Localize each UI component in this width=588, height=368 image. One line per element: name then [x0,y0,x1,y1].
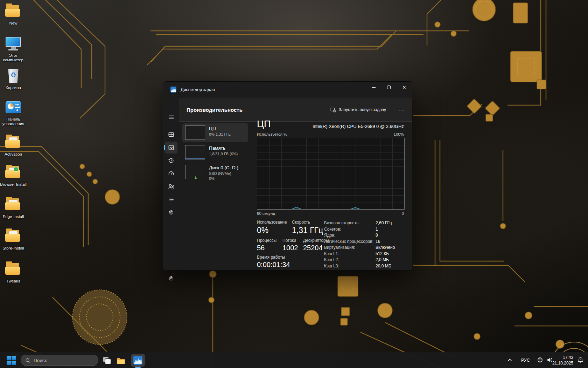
tray-overflow-button[interactable] [507,357,512,364]
perf-card-disk0[interactable]: Диск 0 (C: D:) SSD (NVMe) 0% [182,163,248,183]
sidebar-item-startup-apps[interactable] [165,168,177,179]
desktop-icon-label: Этот компьютер [0,53,27,62]
desktop-icon-recycle-bin[interactable]: ♻ Корзина [0,67,27,90]
file-explorer-button[interactable] [115,355,126,366]
speed-value: 1,31 ГГц [292,226,323,235]
desktop-icon-label: Edge-Install [0,214,27,219]
sidebar-item-app-history[interactable] [165,155,177,166]
more-options-button[interactable]: ⋯ [396,105,407,115]
cpu-usage-chart [257,138,405,210]
startup-apps-icon [168,170,174,177]
desktop-icon-control-panel[interactable]: Панель управления [0,99,27,126]
window-title: Диспетчер задач [181,87,215,92]
hamburger-icon [168,114,174,120]
sidebar-item-performance[interactable] [165,142,177,154]
usage-label: Использование [257,220,292,225]
spec-label: Ядра: [324,233,376,238]
desktop-icon-label: New [0,21,27,26]
run-new-task-button[interactable]: Запустить новую задачу [328,105,389,115]
network-button[interactable] [537,357,543,364]
cpu-usage-line [257,207,404,209]
language-indicator[interactable]: РУС [521,358,530,363]
windows-logo-icon [7,361,11,365]
taskbar-search[interactable] [21,355,98,366]
chevron-up-icon [507,357,512,363]
chart-timespan-label: 60 секунд [257,211,275,216]
desktop-icon-new[interactable]: New [0,3,27,26]
cpu-mini-chart [185,125,205,140]
uptime-label: Время работы [257,255,290,260]
perf-card-title: Диск 0 (C: D:) [209,165,238,170]
notifications-button[interactable]: z [577,357,584,365]
perf-card-subtitle2: 0% [209,176,238,181]
spec-value: 512 КБ [376,251,395,256]
spec-label: Базовая скорость: [324,220,376,225]
desktop-icon-store-install[interactable]: Store-Install [0,228,27,251]
folder-document-icon [5,228,22,245]
clock[interactable]: 17:43 21.10.2025 [552,355,573,366]
sidebar-item-details[interactable] [165,193,177,205]
threads-label: Потоки [282,238,303,243]
chart-usage-label: Используется % [257,132,287,136]
folder-document-icon [5,196,22,213]
search-input[interactable] [34,358,86,363]
navigation-rail [163,98,179,270]
folder-download-icon: ↓ [5,164,22,181]
sidebar-item-services[interactable] [165,206,177,218]
desktop-icon-edge-install[interactable]: Edge-Install [0,196,27,219]
chart-zero-label: 0 [402,211,404,216]
notification-bell-icon: z [577,357,584,363]
perf-card-title: Память [209,145,238,151]
cpu-detail-pane: ЦП Intel(R) Xeon(R) CPU E5-2689 0 @ 2.60… [250,122,412,270]
speed-label: Скорость [292,220,323,225]
spec-label: Виртуализация: [324,245,376,250]
tray-date: 21.10.2025 [552,360,573,366]
windows-logo-icon [12,361,16,365]
task-manager-app-icon [170,87,176,93]
performance-icon [168,144,174,151]
svg-text:z: z [580,358,581,361]
perf-card-subtitle: 1,8/31,9 ГБ (6%) [209,152,238,156]
recycle-bin-icon: ♻ [5,67,22,84]
window-titlebar[interactable]: Диспетчер задач ✕ [163,82,412,98]
desktop-icon-tweaks[interactable]: Tweaks [0,261,27,284]
close-button[interactable]: ✕ [397,82,412,93]
desktop-icon-browser-install[interactable]: ↓ Browser Install [0,164,27,187]
cpu-usage-area [257,207,404,209]
spec-label: Кэш L2: [324,257,376,262]
maximize-button[interactable] [381,82,397,93]
cpu-usage-chart-svg [257,138,404,209]
folder-icon [5,261,22,278]
desktop-icon-label: Activation [0,152,27,157]
page-title: Производительность [187,107,243,113]
threads-value: 1002 [282,244,303,252]
processes-icon [168,131,174,138]
desktop-icon-activation[interactable]: Activation [0,134,27,157]
perf-card-cpu[interactable]: ЦП 0% 1,31 ГГц [182,123,248,142]
desktop-icon-label: Store-Install [0,246,27,251]
details-icon [168,196,174,203]
minimize-button[interactable] [366,82,381,93]
sidebar-item-users[interactable] [165,180,177,192]
menu-button[interactable] [165,111,177,123]
settings-button[interactable] [165,272,177,284]
spec-value: 8 [376,233,395,238]
perf-card-subtitle: SSD (NVMe) [209,171,238,176]
spec-label: Логических процессоров: [324,239,376,244]
sidebar-item-processes[interactable] [165,129,177,141]
windows-logo-icon [12,356,16,360]
spec-value: 2,60 ГГц [376,220,395,225]
active-app-indicator [135,367,141,368]
uptime-value: 0:00:01:34 [257,261,290,269]
page-header: Производительность Запустить новую задач… [179,98,412,122]
perf-card-memory[interactable]: Память 1,8/31,9 ГБ (6%) [182,143,248,162]
processes-label: Процессы [257,238,282,243]
cpu-spec-list: Базовая скорость: 2,60 ГГц Сокетов: 1 Яд… [324,220,395,268]
task-manager-taskbar-button[interactable] [131,354,145,367]
desktop-icon-this-pc[interactable]: Этот компьютер [0,35,27,62]
spec-value: 1 [376,227,395,232]
run-new-task-label: Запустить новую задачу [339,107,386,112]
usage-value: 0% [257,226,292,235]
start-button[interactable] [6,355,16,365]
task-view-button[interactable] [102,355,112,366]
